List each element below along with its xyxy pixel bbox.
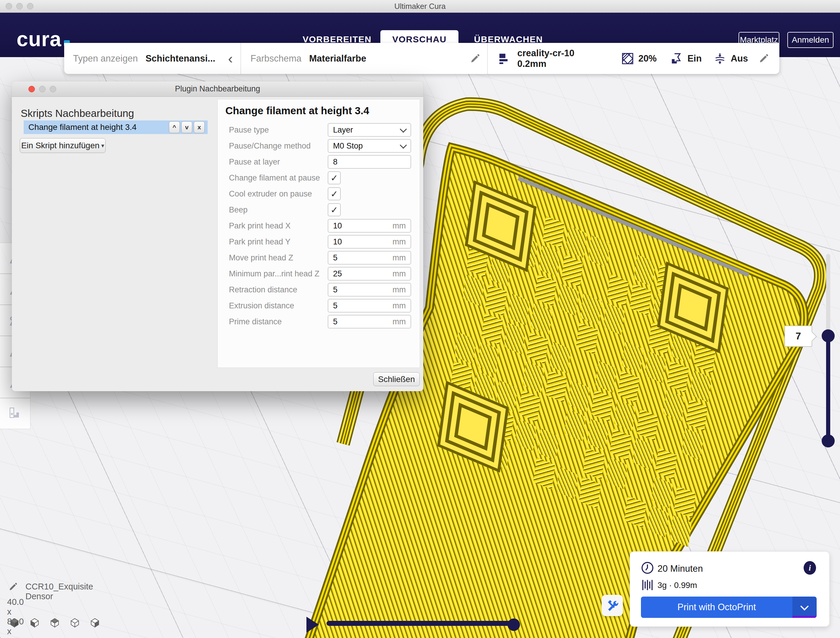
field-label: Beep: [229, 205, 327, 215]
add-script-button[interactable]: Ein Skript hinzufügen ▾: [20, 138, 106, 153]
view-left-button[interactable]: [69, 617, 81, 628]
print-pattern-cell: [576, 322, 598, 355]
print-pattern-cell: [599, 332, 621, 364]
unit-label: mm: [393, 317, 406, 326]
layer-height-icon: [498, 52, 511, 65]
setting-row: Change filament at pause✓: [229, 170, 411, 186]
field-label: Pause/Change method: [229, 141, 327, 150]
select-value: M0 Stop: [333, 141, 363, 150]
input-value: 25: [333, 269, 342, 279]
support-blocker-tool-button[interactable]: [0, 398, 30, 429]
view-front-icon: [29, 617, 40, 628]
view-top-button[interactable]: [49, 617, 60, 628]
collapse-chevron-icon[interactable]: ‹: [228, 53, 233, 65]
park-print-head-x-input[interactable]: 10mm: [328, 219, 411, 233]
select-value: Layer: [333, 125, 353, 135]
input-value: 10: [333, 222, 342, 231]
print-settings-section[interactable]: creality-cr-10 0.2mm 20% Ein Aus: [488, 43, 779, 74]
cura-logo: cura: [17, 27, 70, 51]
layer-slider-lower-handle[interactable]: [822, 434, 835, 447]
print-pattern-cell: [624, 496, 646, 528]
job-info-icon[interactable]: i: [804, 561, 816, 575]
rename-pencil-icon[interactable]: [8, 582, 18, 592]
setting-row: Pause typeLayer: [229, 122, 411, 138]
scrubber-handle[interactable]: [508, 619, 520, 631]
dialog-titlebar[interactable]: Plugin Nachbearbeitung: [12, 81, 423, 97]
view-3d-button[interactable]: [9, 617, 20, 628]
print-pattern-cell: [595, 361, 617, 393]
setting-row: Prime distance5mm: [229, 313, 411, 330]
print-pattern-cell: [538, 245, 561, 277]
print-pattern-cell: [636, 409, 658, 441]
move-script-up-button[interactable]: ^: [169, 121, 180, 133]
edit-pencil-icon[interactable]: [469, 53, 481, 64]
model-name[interactable]: CCR10_Exquisite Densor: [25, 582, 93, 601]
setting-row: Pause/Change methodM0 Stop: [229, 138, 411, 154]
print-pattern-cell: [560, 438, 582, 470]
color-scheme-section[interactable]: Farbschema Materialfarbe: [241, 43, 487, 74]
cool-extruder-on-pause-checkbox[interactable]: ✓: [328, 187, 341, 200]
print-pattern-cell: [481, 313, 503, 345]
field-label: Cool extruder on pause: [229, 189, 327, 199]
print-pattern-cell: [591, 390, 613, 422]
print-pattern-cell: [651, 477, 673, 509]
color-scheme-label: Farbschema: [251, 53, 302, 64]
move-script-down-button[interactable]: v: [181, 121, 192, 133]
setting-row: Beep✓: [229, 202, 411, 218]
setting-row: Move print head Z5mm: [229, 250, 411, 266]
print-button-group: Print with OctoPrint: [641, 597, 816, 618]
pause-type-select[interactable]: Layer: [328, 123, 411, 137]
signin-button[interactable]: Anmelden: [787, 32, 834, 48]
print-pattern-cell: [545, 370, 567, 403]
print-pattern-cell: [534, 457, 556, 489]
print-pattern-cell: [663, 389, 685, 422]
edit-pencil-icon[interactable]: [758, 53, 769, 64]
dropdown-arrow-icon: ▾: [101, 142, 104, 149]
view-right-button[interactable]: [89, 617, 101, 628]
move-print-head-z-input[interactable]: 5mm: [328, 251, 411, 264]
print-pattern-cell: [572, 351, 594, 383]
setting-row: Minimum par...rint head Z25mm: [229, 266, 411, 282]
print-options-dropdown-button[interactable]: [793, 597, 816, 618]
print-pattern-cell: [640, 380, 662, 412]
retraction-distance-input[interactable]: 5mm: [328, 283, 411, 296]
park-print-head-y-input[interactable]: 10mm: [328, 235, 411, 249]
infill-value: 20%: [638, 53, 657, 64]
print-pattern-cell: [633, 255, 655, 287]
prime-distance-input[interactable]: 5mm: [328, 315, 411, 328]
view-type-value[interactable]: Schichtenansi...: [145, 53, 215, 64]
print-pattern-cell: [678, 457, 700, 489]
remove-script-button[interactable]: x: [194, 121, 205, 133]
change-filament-at-pause-checkbox[interactable]: ✓: [328, 171, 341, 184]
print-pattern-cell: [511, 448, 533, 480]
print-pattern-cell: [455, 332, 477, 364]
scrubber-track[interactable]: [327, 621, 516, 626]
print-pattern-cell: [584, 264, 606, 296]
print-pattern-cell: [628, 467, 651, 499]
color-scheme-value[interactable]: Materialfarbe: [309, 53, 366, 64]
print-pattern-cell: [500, 351, 522, 383]
settings-heading: Change filament at height 3.4: [226, 105, 369, 117]
play-button[interactable]: [306, 617, 319, 633]
preview-stage-bar: Typen anzeigen Schichtenansi... ‹ Farbsc…: [64, 43, 779, 74]
extrusion-distance-input[interactable]: 5mm: [328, 299, 411, 312]
layer-slider-upper-handle[interactable]: [822, 329, 835, 342]
print-settings-tools-button[interactable]: [602, 595, 623, 616]
print-pattern-cell: [463, 274, 485, 306]
minimum-par-rint-head-z-input[interactable]: 25mm: [328, 267, 411, 280]
print-pattern-cell: [531, 303, 553, 335]
print-pattern-cell: [602, 486, 624, 518]
view-type-section[interactable]: Typen anzeigen Schichtenansi... ‹: [64, 43, 240, 74]
print-pattern-cell: [527, 332, 549, 364]
print-pattern-cell: [579, 477, 601, 509]
view-front-button[interactable]: [29, 617, 40, 628]
close-dialog-button[interactable]: Schließen: [373, 372, 420, 386]
printer-profile[interactable]: creality-cr-10 0.2mm: [517, 48, 602, 69]
pause-change-method-select[interactable]: M0 Stop: [328, 139, 411, 153]
view-3d-icon: [9, 617, 20, 628]
pause-at-layer-input[interactable]: 8: [328, 155, 411, 169]
print-pattern-cell: [607, 274, 629, 306]
print-with-octoprint-button[interactable]: Print with OctoPrint: [641, 597, 793, 618]
print-pattern-cell: [485, 284, 507, 316]
beep-checkbox[interactable]: ✓: [328, 203, 341, 216]
